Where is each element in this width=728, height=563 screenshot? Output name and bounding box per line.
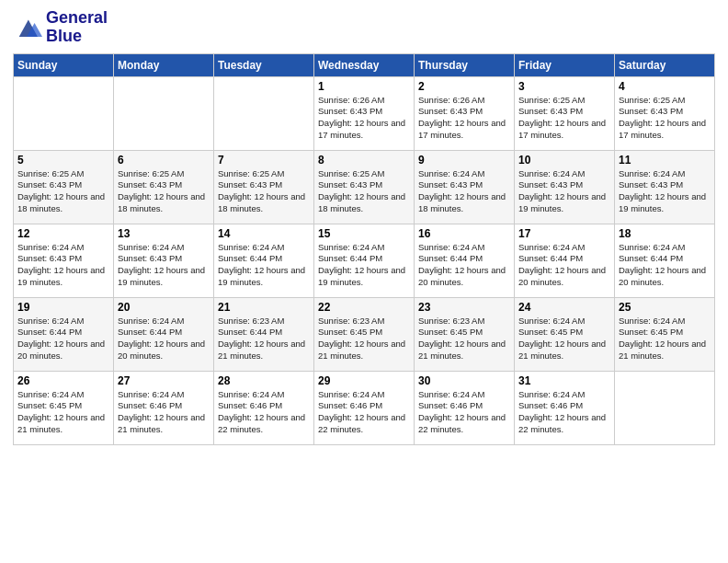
day-number: 20 — [118, 301, 210, 314]
week-row-4: 19Sunrise: 6:24 AM Sunset: 6:44 PM Dayli… — [14, 297, 715, 371]
day-cell: 14Sunrise: 6:24 AM Sunset: 6:44 PM Dayli… — [214, 224, 314, 297]
day-cell: 22Sunrise: 6:23 AM Sunset: 6:45 PM Dayli… — [314, 297, 415, 371]
day-info: Sunrise: 6:24 AM Sunset: 6:43 PM Dayligh… — [418, 168, 510, 215]
weekday-tuesday: Tuesday — [214, 53, 314, 76]
day-cell: 26Sunrise: 6:24 AM Sunset: 6:45 PM Dayli… — [14, 371, 114, 444]
day-cell: 16Sunrise: 6:24 AM Sunset: 6:44 PM Dayli… — [415, 224, 515, 297]
day-info: Sunrise: 6:23 AM Sunset: 6:45 PM Dayligh… — [318, 316, 410, 362]
day-info: Sunrise: 6:24 AM Sunset: 6:44 PM Dayligh… — [318, 242, 410, 289]
day-number: 1 — [318, 80, 410, 93]
day-number: 29 — [318, 374, 410, 387]
day-number: 27 — [118, 374, 210, 387]
day-number: 21 — [218, 301, 310, 314]
day-number: 2 — [418, 80, 510, 93]
day-number: 28 — [218, 374, 310, 387]
day-info: Sunrise: 6:25 AM Sunset: 6:43 PM Dayligh… — [318, 168, 410, 215]
day-cell: 2Sunrise: 6:26 AM Sunset: 6:43 PM Daylig… — [415, 76, 515, 150]
day-info: Sunrise: 6:24 AM Sunset: 6:46 PM Dayligh… — [118, 389, 210, 436]
day-info: Sunrise: 6:24 AM Sunset: 6:44 PM Dayligh… — [418, 242, 510, 289]
day-cell: 30Sunrise: 6:24 AM Sunset: 6:46 PM Dayli… — [415, 371, 515, 444]
day-cell: 19Sunrise: 6:24 AM Sunset: 6:44 PM Dayli… — [14, 297, 114, 371]
weekday-friday: Friday — [515, 53, 615, 76]
day-cell: 13Sunrise: 6:24 AM Sunset: 6:43 PM Dayli… — [114, 224, 214, 297]
day-cell: 24Sunrise: 6:24 AM Sunset: 6:45 PM Dayli… — [515, 297, 615, 371]
day-cell: 7Sunrise: 6:25 AM Sunset: 6:43 PM Daylig… — [214, 150, 314, 224]
day-number: 12 — [17, 227, 109, 240]
day-cell: 1Sunrise: 6:26 AM Sunset: 6:43 PM Daylig… — [314, 76, 415, 150]
day-cell: 6Sunrise: 6:25 AM Sunset: 6:43 PM Daylig… — [114, 150, 214, 224]
day-cell — [615, 371, 715, 444]
day-cell: 3Sunrise: 6:25 AM Sunset: 6:43 PM Daylig… — [515, 76, 615, 150]
day-info: Sunrise: 6:25 AM Sunset: 6:43 PM Dayligh… — [17, 168, 109, 215]
day-number: 3 — [518, 80, 610, 93]
day-number: 26 — [17, 374, 109, 387]
day-cell: 17Sunrise: 6:24 AM Sunset: 6:44 PM Dayli… — [515, 224, 615, 297]
day-number: 16 — [418, 227, 510, 240]
day-number: 10 — [518, 154, 610, 167]
day-info: Sunrise: 6:25 AM Sunset: 6:43 PM Dayligh… — [619, 95, 711, 142]
day-cell: 9Sunrise: 6:24 AM Sunset: 6:43 PM Daylig… — [415, 150, 515, 224]
logo-text: General Blue — [46, 9, 108, 46]
day-info: Sunrise: 6:23 AM Sunset: 6:44 PM Dayligh… — [218, 316, 310, 362]
day-cell — [14, 76, 114, 150]
day-cell: 4Sunrise: 6:25 AM Sunset: 6:43 PM Daylig… — [615, 76, 715, 150]
day-info: Sunrise: 6:24 AM Sunset: 6:45 PM Dayligh… — [619, 316, 711, 362]
day-number: 30 — [418, 374, 510, 387]
day-cell: 20Sunrise: 6:24 AM Sunset: 6:44 PM Dayli… — [114, 297, 214, 371]
day-number: 15 — [318, 227, 410, 240]
day-number: 4 — [619, 80, 711, 93]
day-cell: 8Sunrise: 6:25 AM Sunset: 6:43 PM Daylig… — [314, 150, 415, 224]
day-cell: 5Sunrise: 6:25 AM Sunset: 6:43 PM Daylig… — [14, 150, 114, 224]
day-number: 31 — [518, 374, 610, 387]
logo: General Blue — [13, 9, 108, 46]
day-info: Sunrise: 6:24 AM Sunset: 6:45 PM Dayligh… — [518, 316, 610, 362]
day-info: Sunrise: 6:23 AM Sunset: 6:45 PM Dayligh… — [418, 316, 510, 362]
day-number: 17 — [518, 227, 610, 240]
day-cell: 15Sunrise: 6:24 AM Sunset: 6:44 PM Dayli… — [314, 224, 415, 297]
week-row-5: 26Sunrise: 6:24 AM Sunset: 6:45 PM Dayli… — [14, 371, 715, 444]
day-cell: 28Sunrise: 6:24 AM Sunset: 6:46 PM Dayli… — [214, 371, 314, 444]
weekday-saturday: Saturday — [615, 53, 715, 76]
day-info: Sunrise: 6:24 AM Sunset: 6:44 PM Dayligh… — [518, 242, 610, 289]
day-cell: 27Sunrise: 6:24 AM Sunset: 6:46 PM Dayli… — [114, 371, 214, 444]
day-cell — [114, 76, 214, 150]
day-cell: 10Sunrise: 6:24 AM Sunset: 6:43 PM Dayli… — [515, 150, 615, 224]
day-number: 13 — [118, 227, 210, 240]
weekday-wednesday: Wednesday — [314, 53, 415, 76]
day-info: Sunrise: 6:24 AM Sunset: 6:45 PM Dayligh… — [17, 389, 109, 436]
day-cell: 31Sunrise: 6:24 AM Sunset: 6:46 PM Dayli… — [515, 371, 615, 444]
day-number: 18 — [619, 227, 711, 240]
day-info: Sunrise: 6:24 AM Sunset: 6:44 PM Dayligh… — [619, 242, 711, 289]
day-number: 9 — [418, 154, 510, 167]
day-info: Sunrise: 6:24 AM Sunset: 6:46 PM Dayligh… — [418, 389, 510, 436]
calendar-body: 1Sunrise: 6:26 AM Sunset: 6:43 PM Daylig… — [14, 76, 715, 444]
day-info: Sunrise: 6:24 AM Sunset: 6:43 PM Dayligh… — [619, 168, 711, 215]
day-info: Sunrise: 6:24 AM Sunset: 6:46 PM Dayligh… — [218, 389, 310, 436]
day-cell: 18Sunrise: 6:24 AM Sunset: 6:44 PM Dayli… — [615, 224, 715, 297]
day-number: 22 — [318, 301, 410, 314]
day-info: Sunrise: 6:24 AM Sunset: 6:46 PM Dayligh… — [518, 389, 610, 436]
week-row-1: 1Sunrise: 6:26 AM Sunset: 6:43 PM Daylig… — [14, 76, 715, 150]
day-info: Sunrise: 6:24 AM Sunset: 6:46 PM Dayligh… — [318, 389, 410, 436]
day-number: 23 — [418, 301, 510, 314]
week-row-3: 12Sunrise: 6:24 AM Sunset: 6:43 PM Dayli… — [14, 224, 715, 297]
day-number: 5 — [17, 154, 109, 167]
day-cell: 11Sunrise: 6:24 AM Sunset: 6:43 PM Dayli… — [615, 150, 715, 224]
day-number: 6 — [118, 154, 210, 167]
day-cell: 12Sunrise: 6:24 AM Sunset: 6:43 PM Dayli… — [14, 224, 114, 297]
day-info: Sunrise: 6:24 AM Sunset: 6:44 PM Dayligh… — [17, 316, 109, 362]
day-info: Sunrise: 6:24 AM Sunset: 6:43 PM Dayligh… — [118, 242, 210, 289]
day-number: 14 — [218, 227, 310, 240]
day-number: 19 — [17, 301, 109, 314]
day-number: 7 — [218, 154, 310, 167]
day-cell: 21Sunrise: 6:23 AM Sunset: 6:44 PM Dayli… — [214, 297, 314, 371]
day-cell: 23Sunrise: 6:23 AM Sunset: 6:45 PM Dayli… — [415, 297, 515, 371]
day-cell: 25Sunrise: 6:24 AM Sunset: 6:45 PM Dayli… — [615, 297, 715, 371]
day-info: Sunrise: 6:26 AM Sunset: 6:43 PM Dayligh… — [318, 95, 410, 142]
week-row-2: 5Sunrise: 6:25 AM Sunset: 6:43 PM Daylig… — [14, 150, 715, 224]
day-number: 24 — [518, 301, 610, 314]
day-info: Sunrise: 6:25 AM Sunset: 6:43 PM Dayligh… — [218, 168, 310, 215]
page: General Blue SundayMondayTuesdayWednesda… — [0, 0, 728, 563]
logo-icon — [13, 15, 42, 40]
day-info: Sunrise: 6:26 AM Sunset: 6:43 PM Dayligh… — [418, 95, 510, 142]
